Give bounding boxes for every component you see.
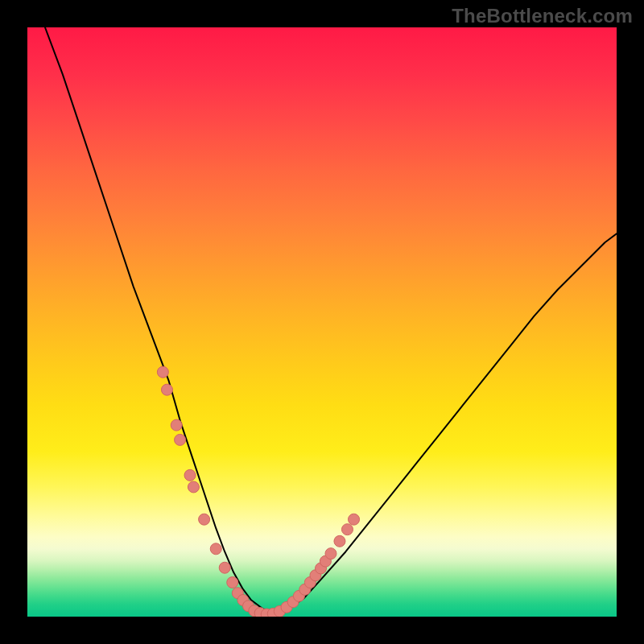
chart-frame: TheBottleneck.com [0,0,644,644]
curve-marker [188,481,199,493]
curve-marker [199,514,210,525]
curve-marker [227,577,238,588]
curve-marker [349,514,360,525]
curve-marker [341,524,353,535]
curve-marker [210,543,221,555]
curve-marker [325,548,336,559]
curve-marker [334,535,345,547]
chart-overlay-svg [27,27,617,617]
curve-marker [161,384,172,395]
watermark-text: TheBottleneck.com [452,5,633,27]
curve-marker [219,562,230,573]
curve-marker [184,469,196,481]
curve-marker [157,366,168,378]
bottleneck-curve [45,27,617,613]
curve-marker [171,419,182,431]
curve-marker [175,434,186,445]
plot-area [27,27,617,617]
curve-markers [157,366,359,617]
